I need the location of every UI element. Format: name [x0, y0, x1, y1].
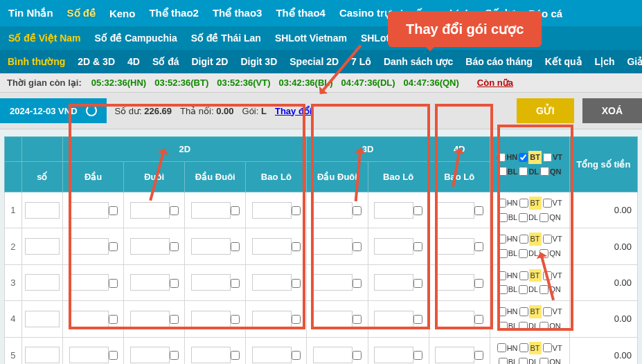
- region-QN[interactable]: QN: [540, 320, 561, 333]
- refresh-icon[interactable]: [86, 105, 97, 116]
- region-checkbox[interactable]: [543, 271, 552, 280]
- region-VT[interactable]: VT: [543, 197, 562, 210]
- bet-input[interactable]: [191, 202, 231, 219]
- region-checkbox[interactable]: [519, 249, 528, 258]
- region-checkbox[interactable]: [499, 249, 508, 258]
- nav2-item[interactable]: Số đề Thái Lan: [186, 30, 267, 46]
- region-DL[interactable]: DL: [519, 247, 538, 260]
- bet-checkbox[interactable]: [474, 315, 483, 324]
- bet-input[interactable]: [435, 347, 474, 363]
- region-checkbox[interactable]: [499, 285, 508, 294]
- region-VT[interactable]: VT: [543, 342, 562, 355]
- bet-input[interactable]: [130, 311, 170, 327]
- nav1-item[interactable]: Thể thao2: [143, 4, 204, 22]
- bet-checkbox[interactable]: [170, 206, 179, 215]
- region-DL[interactable]: DL: [519, 165, 539, 179]
- bet-input[interactable]: [374, 347, 413, 363]
- region-checkbox[interactable]: [540, 213, 549, 222]
- bet-checkbox[interactable]: [109, 351, 118, 360]
- region-checkbox[interactable]: [497, 343, 506, 352]
- nav3-item[interactable]: Lịch: [590, 54, 620, 69]
- bet-checkbox[interactable]: [231, 279, 240, 288]
- bet-checkbox[interactable]: [292, 351, 301, 360]
- region-HN[interactable]: HN: [497, 233, 518, 246]
- bet-input[interactable]: [252, 347, 292, 363]
- region-VT[interactable]: VT: [543, 233, 562, 246]
- bet-checkbox[interactable]: [109, 315, 118, 324]
- region-checkbox[interactable]: [519, 358, 528, 364]
- bet-checkbox[interactable]: [231, 315, 240, 324]
- nav3-item[interactable]: 4D: [123, 54, 145, 69]
- bet-input[interactable]: [252, 274, 292, 291]
- bet-checkbox[interactable]: [109, 206, 118, 215]
- nav2-item[interactable]: SHLott Vietnam: [269, 30, 353, 46]
- region-BT[interactable]: BT: [519, 342, 542, 355]
- nav3-item[interactable]: Digit 3D: [235, 54, 282, 69]
- region-QN[interactable]: QN: [540, 356, 561, 364]
- bet-checkbox[interactable]: [474, 242, 483, 251]
- region-DL[interactable]: DL: [519, 211, 538, 224]
- bet-input[interactable]: [191, 311, 231, 327]
- bet-checkbox[interactable]: [353, 206, 362, 215]
- region-BT[interactable]: BT: [519, 197, 542, 210]
- region-checkbox[interactable]: [519, 199, 528, 208]
- bet-checkbox[interactable]: [413, 315, 422, 324]
- bet-checkbox[interactable]: [353, 315, 362, 324]
- bet-checkbox[interactable]: [292, 242, 301, 251]
- bet-checkbox[interactable]: [231, 206, 240, 215]
- more-link[interactable]: Còn nữa: [477, 78, 513, 88]
- region-HN[interactable]: HN: [497, 197, 518, 210]
- bet-input[interactable]: [130, 274, 170, 291]
- number-input[interactable]: [25, 347, 60, 363]
- region-checkbox[interactable]: [497, 153, 506, 162]
- region-checkbox[interactable]: [497, 307, 506, 316]
- bet-input[interactable]: [191, 347, 231, 363]
- region-checkbox[interactable]: [499, 213, 508, 222]
- region-HN[interactable]: HN: [497, 342, 518, 355]
- region-checkbox[interactable]: [519, 235, 528, 244]
- region-BT[interactable]: BT: [519, 269, 542, 282]
- region-checkbox[interactable]: [499, 358, 508, 364]
- region-BT[interactable]: BT: [519, 305, 542, 318]
- region-BL[interactable]: BL: [499, 247, 517, 260]
- region-checkbox[interactable]: [543, 307, 552, 316]
- region-DL[interactable]: DL: [519, 283, 538, 296]
- region-checkbox[interactable]: [519, 307, 528, 316]
- bet-input[interactable]: [191, 274, 231, 291]
- nav3-item[interactable]: 2D & 3D: [73, 54, 120, 69]
- bet-input[interactable]: [130, 238, 170, 255]
- bet-checkbox[interactable]: [109, 242, 118, 251]
- nav3-item[interactable]: Special 2D: [285, 54, 344, 69]
- nav3-item[interactable]: 7 Lô: [346, 54, 376, 69]
- bet-input[interactable]: [313, 202, 353, 219]
- bet-input[interactable]: [313, 274, 353, 291]
- region-BL[interactable]: BL: [499, 320, 517, 333]
- region-checkbox[interactable]: [543, 235, 552, 244]
- region-checkbox[interactable]: [498, 167, 507, 176]
- region-BT[interactable]: BT: [519, 233, 542, 246]
- region-checkbox[interactable]: [540, 249, 549, 258]
- region-HN[interactable]: HN: [497, 269, 518, 282]
- region-VT[interactable]: VT: [543, 269, 562, 282]
- bet-checkbox[interactable]: [231, 351, 240, 360]
- region-checkbox[interactable]: [519, 285, 528, 294]
- bet-input[interactable]: [313, 347, 353, 363]
- bet-checkbox[interactable]: [413, 279, 422, 288]
- bet-input[interactable]: [69, 311, 109, 327]
- bet-input[interactable]: [69, 238, 109, 255]
- bet-input[interactable]: [374, 202, 413, 219]
- bet-checkbox[interactable]: [170, 315, 179, 324]
- bet-input[interactable]: [252, 238, 292, 255]
- bet-input[interactable]: [191, 238, 231, 255]
- bet-checkbox[interactable]: [413, 206, 422, 215]
- bet-input[interactable]: [374, 238, 413, 255]
- bet-input[interactable]: [69, 202, 109, 219]
- region-checkbox[interactable]: [540, 322, 549, 331]
- bet-checkbox[interactable]: [474, 206, 483, 215]
- region-VT[interactable]: VT: [543, 151, 562, 164]
- nav3-item[interactable]: Giảm giá: [622, 54, 642, 69]
- region-checkbox[interactable]: [497, 199, 506, 208]
- bet-input[interactable]: [374, 311, 413, 327]
- bet-checkbox[interactable]: [231, 242, 240, 251]
- nav3-item[interactable]: Báo cáo tháng: [461, 54, 537, 69]
